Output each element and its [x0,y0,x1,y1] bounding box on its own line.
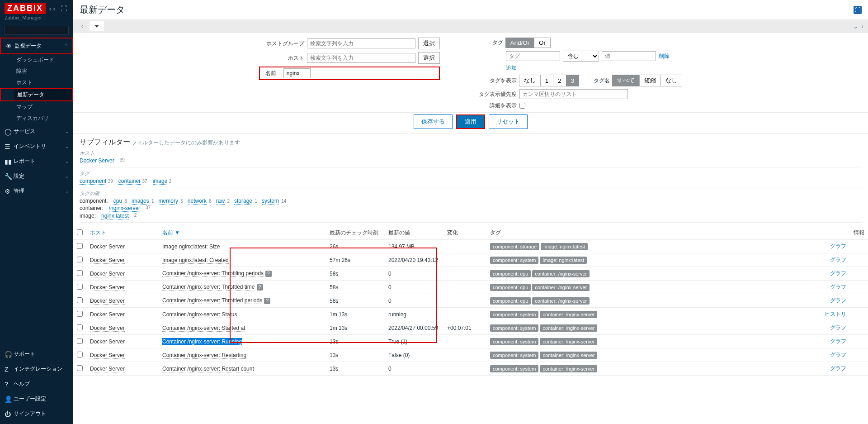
action-link[interactable]: グラフ [830,338,846,344]
item-link[interactable]: Image nginx:latest: Size [162,243,220,250]
host-link[interactable]: Docker Server [90,352,125,359]
sf-component-link[interactable]: raw [216,198,225,205]
tab-next[interactable]: › [861,23,863,30]
nav-dashboard[interactable]: ダッシュボード [14,54,73,66]
tag-chip[interactable]: container: /nginx-server [540,324,597,332]
tagname-none[interactable]: なし [660,75,682,86]
sf-container-link[interactable]: /nginx-server [109,205,140,212]
nav-reports[interactable]: ▮▮レポート⌄ [0,154,73,169]
action-link[interactable]: グラフ [830,284,846,290]
row-checkbox[interactable] [77,243,83,249]
sidebar-search[interactable]: 🔍 [5,26,69,35]
host-link[interactable]: Docker Server [90,311,125,318]
nav-help[interactable]: ?ヘルプ [0,376,73,391]
host-input[interactable] [307,53,415,63]
tag-chip[interactable]: component: system [490,311,538,318]
tag-chip[interactable]: image: nginx:latest [541,243,588,250]
item-link[interactable]: Container /nginx-server: Restart count [162,366,254,372]
col-host[interactable]: ホスト [86,226,159,240]
host-link[interactable]: Docker Server [90,298,125,305]
tag-chip[interactable]: component: system [490,352,538,359]
action-link[interactable]: グラフ [830,243,846,249]
row-checkbox[interactable] [77,352,83,357]
item-link[interactable]: Image nginx:latest: Created [162,257,229,264]
tagname-all[interactable]: すべて [612,75,640,86]
nav-monitoring[interactable]: 👁 監視データ ⌃ [1,38,72,53]
tag-chip[interactable]: container: /nginx-server [540,365,597,372]
row-checkbox[interactable] [77,284,83,290]
tag-chip[interactable]: container: /nginx-server [532,297,590,305]
sidebar-search-input[interactable] [8,27,75,33]
tagprio-input[interactable] [519,89,628,99]
item-link[interactable]: Container /nginx-server: Status [162,311,237,318]
logo[interactable]: ZABBIX [5,3,46,14]
item-link[interactable]: Container /nginx-server: Throttling peri… [162,270,264,277]
nav-hosts[interactable]: ホスト [14,77,73,88]
nav-services[interactable]: ◯サービス⌄ [0,124,73,139]
save-button[interactable]: 保存する [414,114,453,129]
filter-tab[interactable]: ⏷ [90,21,104,31]
row-checkbox[interactable] [77,365,83,371]
row-checkbox[interactable] [77,311,83,317]
row-checkbox[interactable] [77,270,83,276]
item-link[interactable]: Container /nginx-server: Restarting [162,352,246,359]
kiosk-icon[interactable]: ⛶ [854,6,862,14]
action-link[interactable]: グラフ [830,324,846,331]
row-checkbox[interactable] [77,324,83,330]
apply-button[interactable]: 適用 [457,115,484,128]
tag-chip[interactable]: component: system [490,324,538,332]
tag-chip[interactable]: component: system [490,365,538,372]
tag-chip[interactable]: container: /nginx-server [532,284,590,291]
action-link[interactable]: グラフ [830,365,846,372]
tag-name-input[interactable] [506,51,560,61]
host-link[interactable]: Docker Server [90,243,125,250]
help-icon[interactable]: ? [264,298,270,304]
hostgroup-input[interactable] [307,38,415,48]
nav-integration[interactable]: Zインテグレーション [0,362,73,376]
sf-tag-link[interactable]: image [153,178,168,185]
select-all-checkbox[interactable] [77,229,83,235]
nav-discovery[interactable]: ディスカバリ [14,113,73,124]
action-link[interactable]: グラフ [830,257,846,263]
host-link[interactable]: Docker Server [90,284,125,291]
nav-latest[interactable]: 最新データ [14,89,72,100]
help-icon[interactable]: ? [257,284,263,291]
row-checkbox[interactable] [77,297,83,303]
nav-problems[interactable]: 障害 [14,66,73,77]
row-checkbox[interactable] [77,338,83,344]
sf-image-link[interactable]: nginx:latest [101,213,129,219]
sf-host-link[interactable]: Docker Server [80,157,114,164]
host-link[interactable]: Docker Server [90,325,125,332]
name-input[interactable] [283,68,311,78]
tag-chip[interactable]: component: cpu [490,297,531,305]
help-icon[interactable]: ? [265,271,272,277]
action-link[interactable]: ヒストリ [825,311,846,317]
reset-button[interactable]: リセット [489,114,528,129]
tag-chip[interactable]: container: /nginx-server [540,311,597,318]
sf-tag-link[interactable]: component [80,178,106,185]
tag-chip[interactable]: container: /nginx-server [540,352,597,359]
host-link[interactable]: Docker Server [90,271,125,277]
row-checkbox[interactable] [77,257,83,262]
host-link[interactable]: Docker Server [90,338,125,345]
nav-maps[interactable]: マップ [14,101,73,113]
tag-chip[interactable]: container: /nginx-server [532,270,590,277]
nav-admin[interactable]: ⚙管理⌄ [0,184,73,199]
nav-inventory[interactable]: ☰インベントリ⌄ [0,139,73,154]
sf-tag-link[interactable]: container [118,178,141,185]
tag-chip[interactable]: component: storage [490,243,539,250]
sidebar-collapse-icon[interactable]: ‹‹ ⛶ [49,5,69,12]
sf-component-link[interactable]: cpu [113,198,122,205]
tag-value-input[interactable] [602,51,656,61]
tag-op-select[interactable]: 含む [563,51,599,62]
tag-or-button[interactable]: Or [534,38,551,48]
tag-delete-link[interactable]: 削除 [659,52,670,60]
tag-add-link[interactable]: 追加 [506,64,517,72]
tag-andor-button[interactable]: And/Or [505,38,534,48]
tag-chip[interactable]: component: system [490,257,538,264]
tag-chip[interactable]: component: cpu [490,284,531,291]
tab-prev[interactable]: ‹ [78,21,87,31]
tagshow-2[interactable]: 2 [553,75,566,86]
host-select-button[interactable]: 選択 [418,52,440,64]
host-link[interactable]: Docker Server [90,257,125,264]
